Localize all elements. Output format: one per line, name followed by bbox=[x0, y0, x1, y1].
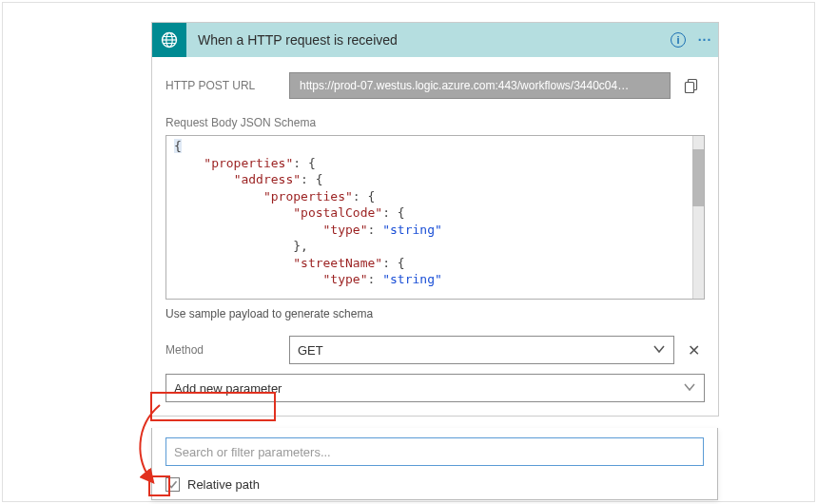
parameter-dropdown-panel: Relative path bbox=[151, 428, 718, 500]
relative-path-label: Relative path bbox=[187, 477, 260, 492]
url-label: HTTP POST URL bbox=[165, 79, 289, 92]
scrollbar-track[interactable] bbox=[692, 136, 704, 299]
card-title: When a HTTP request is received bbox=[186, 32, 665, 48]
svg-rect-6 bbox=[686, 83, 694, 93]
checkmark-icon bbox=[167, 479, 178, 490]
method-select[interactable]: GET bbox=[289, 336, 674, 364]
method-label: Method bbox=[165, 343, 289, 357]
card-body: HTTP POST URL https://prod-07.westus.log… bbox=[152, 57, 718, 416]
trigger-card: When a HTTP request is received i ··· HT… bbox=[151, 22, 719, 417]
copy-url-button[interactable] bbox=[678, 72, 705, 99]
method-value: GET bbox=[298, 343, 323, 358]
add-parameter-label: Add new parameter bbox=[166, 375, 289, 401]
clear-method-button[interactable]: ✕ bbox=[682, 336, 705, 364]
copy-icon bbox=[684, 78, 699, 93]
schema-textarea[interactable]: { "properties": { "address": { "properti… bbox=[165, 135, 705, 300]
schema-content: { "properties": { "address": { "properti… bbox=[166, 136, 704, 290]
option-relative-path[interactable]: Relative path bbox=[165, 477, 704, 492]
parameter-search-input[interactable] bbox=[165, 437, 704, 466]
chevron-down-icon bbox=[683, 380, 696, 397]
sample-payload-link[interactable]: Use sample payload to generate schema bbox=[165, 307, 705, 320]
url-row: HTTP POST URL https://prod-07.westus.log… bbox=[165, 72, 705, 99]
url-field[interactable]: https://prod-07.westus.logic.azure.com:4… bbox=[289, 72, 671, 99]
http-trigger-icon bbox=[152, 23, 186, 57]
chevron-down-icon bbox=[652, 342, 666, 359]
relative-path-checkbox[interactable] bbox=[165, 477, 180, 492]
add-parameter-dropdown[interactable]: Add new parameter bbox=[165, 374, 705, 402]
schema-label: Request Body JSON Schema bbox=[165, 116, 705, 129]
method-row: Method GET ✕ bbox=[165, 336, 705, 364]
info-icon[interactable]: i bbox=[665, 32, 691, 48]
more-menu-icon[interactable]: ··· bbox=[691, 32, 718, 48]
url-value: https://prod-07.westus.logic.azure.com:4… bbox=[300, 79, 629, 92]
card-header: When a HTTP request is received i ··· bbox=[152, 23, 718, 57]
scrollbar-thumb[interactable] bbox=[692, 149, 704, 206]
